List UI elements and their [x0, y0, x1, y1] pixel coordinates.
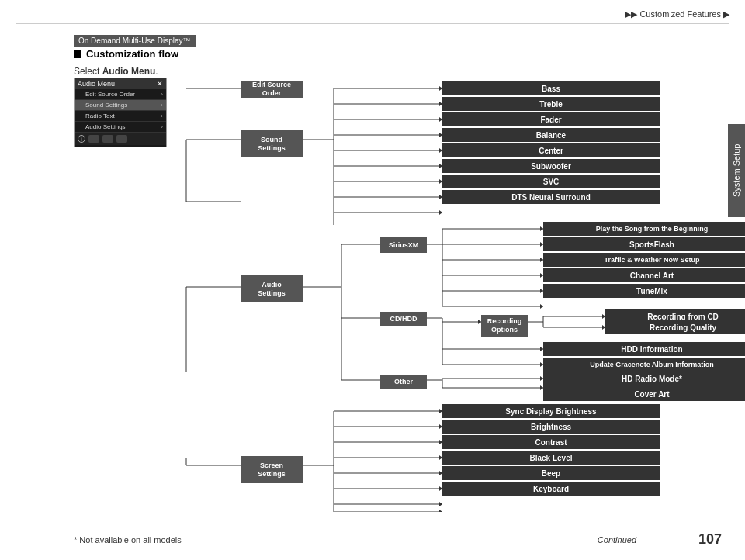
audio-menu-item-radio: Radio Text›	[74, 111, 166, 122]
item-channel-art: Channel Art	[543, 268, 745, 282]
item-sync-display: Sync Display Brightness	[442, 404, 660, 418]
svg-marker-63	[439, 210, 442, 215]
cd-hdd-box: CD/HDD	[380, 312, 427, 326]
info-icon: i	[78, 135, 85, 143]
screen-settings-box: Screen Settings	[241, 456, 303, 483]
audio-settings-box: Audio Settings	[241, 275, 303, 302]
item-sportsflash: SportsFlash	[543, 237, 745, 251]
continued-label: Continued	[598, 535, 636, 544]
item-subwoofer: Subwoofer	[442, 159, 660, 173]
svg-marker-69	[540, 304, 543, 309]
flow-heading: Customization flow	[74, 48, 178, 60]
item-beep: Beep	[442, 466, 660, 480]
item-hd-radio-mode: HD Radio Mode*	[543, 372, 745, 385]
item-fader: Fader	[442, 112, 660, 126]
item-traffic-weather: Traffic & Weather Now Setup	[543, 253, 745, 267]
breadcrumb: ▶▶ Customized Features ▶	[625, 9, 729, 19]
item-balance: Balance	[442, 128, 660, 142]
item-update-gracenote: Update Gracenote Album Information	[543, 358, 745, 372]
side-tab: System Setup	[728, 124, 745, 217]
audio-icon-btn-2	[102, 135, 113, 143]
item-treble: Treble	[442, 97, 660, 111]
edit-source-order-box: Edit Source Order	[241, 81, 303, 98]
bottom-note: * Not available on all models	[74, 535, 182, 544]
item-play-song: Play the Song from the Beginning	[543, 222, 745, 236]
item-hdd-information: HDD Information	[543, 342, 745, 356]
audio-menu-screenshot: Audio Menu ✕ Edit Source Order› Sound Se…	[74, 78, 167, 147]
item-svc: SVC	[442, 175, 660, 188]
audio-menu-close-icon: ✕	[157, 80, 163, 88]
svg-marker-83	[439, 502, 442, 506]
top-divider	[16, 23, 729, 24]
item-contrast: Contrast	[442, 435, 660, 449]
other-box: Other	[380, 375, 427, 389]
audio-menu-item-edit: Edit Source Order›	[74, 89, 166, 100]
sound-settings-box: Sound Settings	[241, 130, 303, 157]
audio-icon-btn-3	[116, 135, 127, 143]
item-keyboard: Keyboard	[442, 482, 660, 496]
item-bass: Bass	[442, 81, 660, 95]
item-center: Center	[442, 143, 660, 157]
item-cover-art: Cover Art	[543, 387, 745, 401]
flow-diagram: Edit Source Order Sound Settings Audio S…	[178, 78, 722, 512]
audio-menu-title-bar: Audio Menu ✕	[74, 78, 166, 89]
item-brightness: Brightness	[442, 420, 660, 434]
item-recording-quality: Recording Quality	[605, 320, 745, 334]
on-demand-badge: On Demand Multi-Use Display™	[74, 35, 196, 47]
item-black-level: Black Level	[442, 451, 660, 465]
breadcrumb-text: ▶▶ Customized Features ▶	[625, 9, 729, 19]
page-number: 107	[698, 531, 722, 548]
audio-menu-title: Audio Menu	[78, 80, 115, 88]
item-tunemix: TuneMix	[543, 284, 745, 298]
audio-icon-btn-1	[88, 135, 99, 143]
audio-menu-icon-bar: i	[74, 133, 166, 145]
siriusxm-box: SiriusXM	[380, 237, 427, 253]
heading-square-icon	[74, 50, 81, 58]
page-container: ▶▶ Customized Features ▶ System Setup On…	[0, 0, 745, 560]
audio-menu-item-sound: Sound Settings›	[74, 100, 166, 111]
select-instruction: Select Audio Menu.	[74, 66, 158, 77]
recording-options-box: Recording Options	[481, 315, 528, 337]
item-dts-neural-surround: DTS Neural Surround	[442, 190, 660, 204]
audio-menu-item-audio: Audio Settings›	[74, 122, 166, 133]
